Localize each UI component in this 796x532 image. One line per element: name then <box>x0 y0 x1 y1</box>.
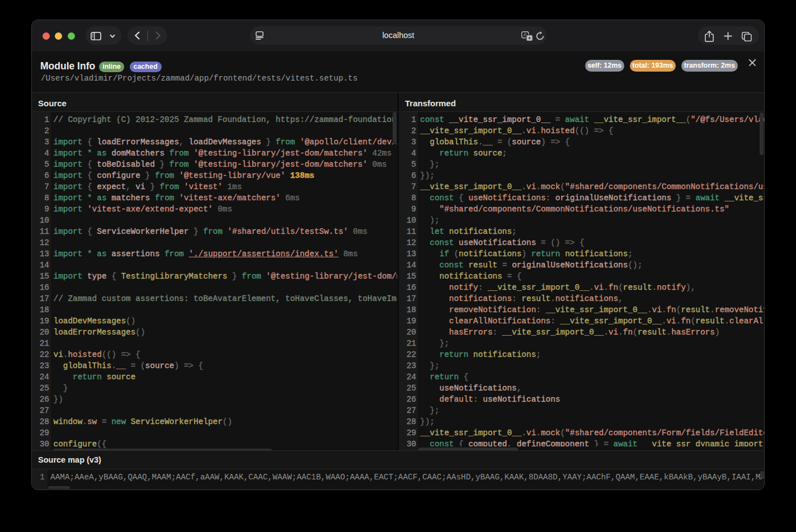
svg-text:✦: ✦ <box>527 35 531 40</box>
